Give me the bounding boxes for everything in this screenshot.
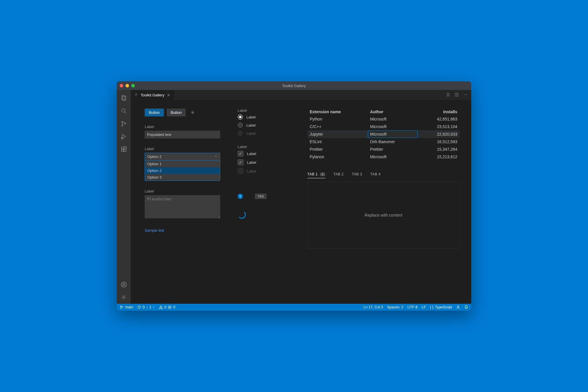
table-cell[interactable]: 15,347,264 bbox=[417, 145, 460, 153]
checkbox-option[interactable]: Label bbox=[238, 151, 290, 157]
panel-tab-label: TAB 2 bbox=[334, 172, 344, 176]
search-icon[interactable] bbox=[117, 105, 131, 117]
radio-label: Label bbox=[246, 123, 256, 127]
primary-button[interactable]: Button bbox=[145, 109, 164, 116]
editor-tab-label: Toolkit Gallery bbox=[141, 93, 164, 97]
table-cell[interactable]: Python bbox=[307, 115, 368, 123]
svg-point-13 bbox=[123, 283, 125, 285]
feedback-icon[interactable] bbox=[456, 305, 460, 309]
svg-point-24 bbox=[466, 94, 467, 95]
table-cell[interactable]: Pylance bbox=[307, 153, 368, 161]
dropdown-option[interactable]: Option 2 bbox=[145, 167, 220, 174]
panel-tab[interactable]: TAB 3 bbox=[352, 172, 362, 178]
table-cell[interactable]: C/C++ bbox=[307, 123, 368, 130]
zoom-window-button[interactable] bbox=[131, 84, 135, 87]
table-cell[interactable]: Dirk Baeumer bbox=[368, 138, 417, 145]
text-field-label: Label bbox=[145, 125, 220, 129]
table-cell[interactable]: Microsoft bbox=[368, 115, 417, 123]
svg-rect-11 bbox=[124, 147, 126, 149]
checkbox-input[interactable] bbox=[238, 151, 243, 157]
radio-option[interactable]: Label bbox=[238, 123, 290, 128]
dropdown-label: Label bbox=[145, 147, 220, 151]
table-cell[interactable]: ESLint bbox=[307, 138, 368, 145]
table-cell[interactable]: 22,620,933 bbox=[417, 130, 460, 138]
table-cell[interactable]: 42,651,663 bbox=[417, 115, 460, 123]
text-input[interactable] bbox=[145, 131, 220, 139]
sync-incoming: 0 bbox=[143, 305, 145, 309]
split-editor-icon[interactable] bbox=[454, 92, 459, 98]
checkbox-input[interactable] bbox=[238, 159, 243, 165]
svg-point-19 bbox=[448, 93, 449, 94]
settings-gear-icon[interactable] bbox=[117, 291, 131, 304]
language-mode[interactable]: { } TypeScript bbox=[430, 305, 452, 309]
svg-point-14 bbox=[123, 296, 125, 298]
checkbox-group-label: Label bbox=[238, 145, 290, 149]
table-cell[interactable]: 23,513,104 bbox=[417, 123, 460, 130]
panel-tab[interactable]: TAB 4 bbox=[370, 172, 381, 178]
notifications-icon[interactable] bbox=[464, 305, 468, 309]
table-cell[interactable]: Prettier bbox=[368, 145, 417, 153]
checkbox-option[interactable]: Label bbox=[238, 159, 290, 165]
column-header[interactable]: Installs bbox=[417, 108, 460, 115]
column-header[interactable]: Extension name bbox=[307, 108, 368, 115]
cursor-position[interactable]: Ln 17, Col 3 bbox=[363, 305, 383, 309]
problems-status[interactable]: 0 0 bbox=[159, 305, 175, 309]
indentation-status[interactable]: Spaces: 2 bbox=[387, 305, 404, 309]
table-cell[interactable]: Microsoft bbox=[368, 123, 417, 130]
minimize-window-button[interactable] bbox=[126, 84, 129, 87]
table-cell[interactable]: Prettier bbox=[307, 145, 368, 153]
explorer-icon[interactable] bbox=[117, 92, 131, 105]
table-row[interactable]: JupyterMicrosoft22,620,933 bbox=[307, 130, 460, 138]
extensions-icon[interactable] bbox=[117, 143, 131, 156]
form-column-left: Button Button Label Label bbox=[145, 108, 220, 296]
eol-status[interactable]: LF bbox=[422, 305, 426, 309]
table-cell[interactable]: Microsoft bbox=[368, 130, 417, 138]
radio-input[interactable] bbox=[238, 114, 243, 120]
dropdown-list: Option 1Option 2Option 3 bbox=[145, 161, 220, 181]
table-cell[interactable]: 16,512,593 bbox=[417, 138, 460, 145]
sync-status[interactable]: 0↓ 1↑ bbox=[137, 305, 155, 309]
account-icon[interactable] bbox=[117, 278, 131, 291]
table-cell[interactable]: Jupyter bbox=[307, 130, 368, 138]
secondary-button[interactable]: Button bbox=[167, 109, 186, 116]
compare-changes-icon[interactable] bbox=[446, 92, 450, 98]
radio-input[interactable] bbox=[238, 123, 243, 128]
svg-line-3 bbox=[125, 112, 126, 113]
svg-point-6 bbox=[125, 123, 126, 124]
radio-option[interactable]: Label bbox=[238, 114, 290, 120]
svg-rect-10 bbox=[124, 150, 126, 152]
panel-tab[interactable]: TAB 2 bbox=[334, 172, 344, 178]
source-control-icon[interactable] bbox=[117, 117, 131, 130]
tab-close-icon[interactable]: ✕ bbox=[167, 93, 171, 98]
svg-point-34 bbox=[458, 306, 459, 307]
table-cell[interactable]: 15,213,612 bbox=[417, 153, 460, 161]
panel-tab-label: TAB 1 bbox=[307, 172, 318, 176]
more-actions-icon[interactable] bbox=[463, 92, 468, 98]
gear-icon-button[interactable] bbox=[189, 108, 197, 116]
table-cell[interactable]: Microsoft bbox=[368, 153, 417, 161]
traffic-lights bbox=[120, 84, 135, 87]
sample-link[interactable]: Sample link bbox=[145, 228, 164, 233]
textarea-input[interactable] bbox=[145, 195, 220, 218]
column-header[interactable]: Author bbox=[368, 108, 417, 115]
table-row[interactable]: PrettierPrettier15,347,264 bbox=[307, 145, 460, 153]
editor-tab-active[interactable]: Toolkit Gallery ✕ bbox=[131, 90, 174, 100]
dropdown-option[interactable]: Option 1 bbox=[145, 161, 220, 167]
run-debug-icon[interactable] bbox=[117, 130, 131, 143]
branch-status[interactable]: main bbox=[120, 305, 133, 309]
svg-point-22 bbox=[464, 94, 465, 95]
table-row[interactable]: ESLintDirk Baeumer16,512,593 bbox=[307, 138, 460, 145]
table-row[interactable]: PythonMicrosoft42,651,663 bbox=[307, 115, 460, 123]
encoding-status[interactable]: UTF-8 bbox=[407, 305, 417, 309]
table-row[interactable]: C/C++Microsoft23,513,104 bbox=[307, 123, 460, 130]
svg-point-25 bbox=[192, 112, 193, 113]
checkbox-label: Label bbox=[247, 160, 256, 165]
svg-rect-8 bbox=[121, 147, 123, 149]
dropdown-button[interactable]: Option 2 bbox=[145, 153, 220, 161]
panel-tab[interactable]: TAB 11 bbox=[307, 172, 325, 178]
table-row[interactable]: PylanceMicrosoft15,213,612 bbox=[307, 153, 460, 161]
close-window-button[interactable] bbox=[120, 84, 123, 87]
dropdown-option[interactable]: Option 3 bbox=[145, 174, 220, 181]
radio-label: Label bbox=[246, 131, 256, 136]
activity-bar bbox=[117, 90, 131, 304]
